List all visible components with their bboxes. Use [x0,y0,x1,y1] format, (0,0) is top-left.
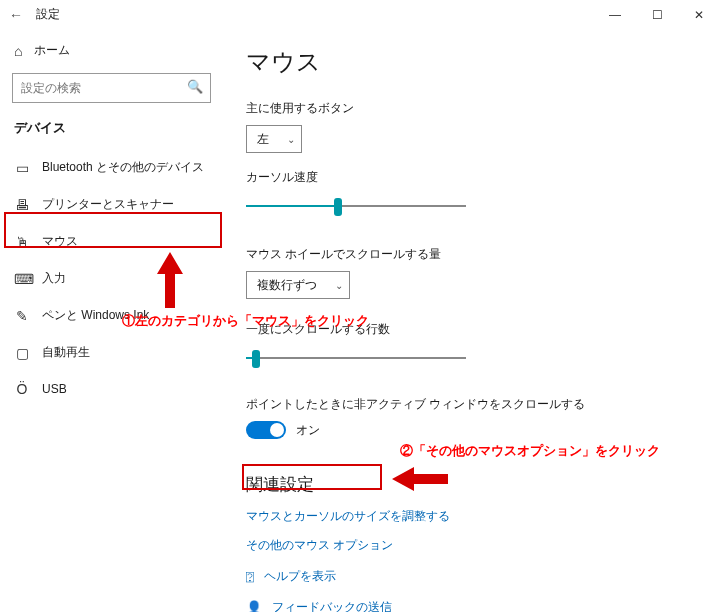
home-button[interactable]: ⌂ ホーム [0,36,223,69]
primary-button-select[interactable]: 左 ⌄ [246,125,302,153]
search-input[interactable] [12,73,211,103]
close-button[interactable]: ✕ [678,0,720,30]
feedback-link[interactable]: 👤 フィードバックの送信 [246,599,698,612]
pen-icon: ✎ [14,308,30,324]
annotation-arrow-1 [155,252,185,308]
keyboard-icon: ⌨ [14,271,30,287]
chevron-down-icon: ⌄ [287,134,295,145]
bluetooth-icon: ▭ [14,160,30,176]
search-icon: 🔍 [187,79,203,94]
inactive-scroll-label: ポイントしたときに非アクティブ ウィンドウをスクロールする [246,396,698,413]
page-title: マウス [246,46,698,78]
printer-icon: 🖶 [14,197,30,213]
nav-autoplay[interactable]: ▢ 自動再生 [0,334,223,371]
minimize-button[interactable]: — [594,0,636,30]
mouse-icon: 🖱 [14,234,30,250]
link-cursor-size[interactable]: マウスとカーソルのサイズを調整する [246,508,698,525]
related-settings-heading: 関連設定 [246,473,698,496]
wheel-scroll-select[interactable]: 複数行ずつ ⌄ [246,271,350,299]
window-title: 設定 [36,6,60,23]
nav-bluetooth[interactable]: ▭ Bluetooth とその他のデバイス [0,149,223,186]
help-link[interactable]: ⍰ ヘルプを表示 [246,568,698,585]
annotation-arrow-2 [392,467,448,491]
usb-icon: Ö [14,381,30,397]
wheel-scroll-label: マウス ホイールでスクロールする量 [246,246,698,263]
feedback-icon: 👤 [246,600,262,612]
home-label: ホーム [34,42,70,59]
nav-mouse[interactable]: 🖱 マウス [0,223,223,260]
lines-slider[interactable] [246,346,466,370]
nav-typing[interactable]: ⌨ 入力 [0,260,223,297]
primary-button-label: 主に使用するボタン [246,100,698,117]
autoplay-icon: ▢ [14,345,30,361]
category-heading: デバイス [0,117,223,149]
nav-usb[interactable]: Ö USB [0,371,223,407]
annotation-text-2: ②「その他のマウスオプション」をクリック [400,442,660,460]
chevron-down-icon: ⌄ [335,280,343,291]
inactive-scroll-toggle[interactable] [246,421,286,439]
svg-marker-0 [157,252,183,308]
annotation-text-1: ①左のカテゴリから「マウス」をクリック [122,312,369,330]
toggle-on-label: オン [296,422,320,439]
home-icon: ⌂ [14,43,22,59]
cursor-speed-slider[interactable] [246,194,466,218]
nav-printers[interactable]: 🖶 プリンターとスキャナー [0,186,223,223]
back-button[interactable]: ← [6,7,26,23]
help-icon: ⍰ [246,569,254,584]
maximize-button[interactable]: ☐ [636,0,678,30]
cursor-speed-label: カーソル速度 [246,169,698,186]
svg-marker-1 [392,467,448,491]
link-other-mouse-options[interactable]: その他のマウス オプション [246,537,698,554]
